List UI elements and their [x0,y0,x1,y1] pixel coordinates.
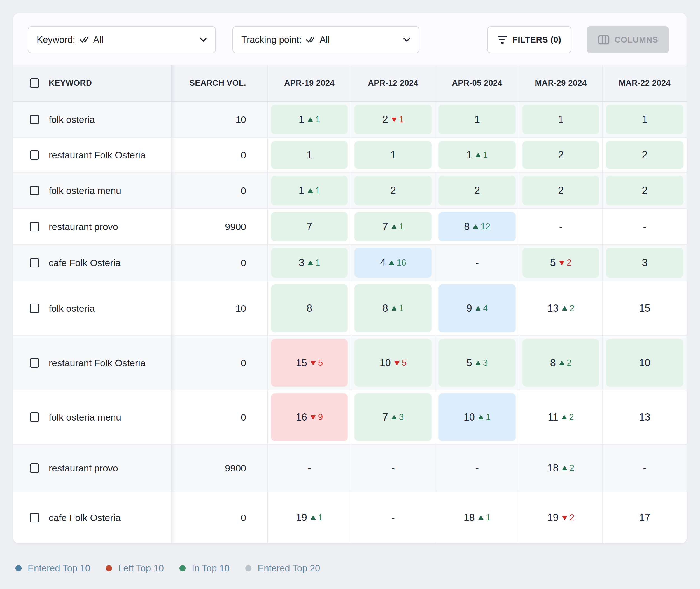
columns-button[interactable]: COLUMNS [587,26,669,53]
row-checkbox[interactable] [30,222,39,231]
row-checkbox[interactable] [30,258,39,267]
rank-cell: - [435,245,519,281]
column-header-date[interactable]: MAR-22 2024 [603,65,687,101]
table-row: restaurant provo9900---182- [13,445,687,492]
rank-cell: 182 [519,445,603,492]
column-header-date[interactable]: MAR-29 2024 [519,65,603,101]
row-checkbox[interactable] [30,463,39,473]
rank-plain: - [606,212,684,241]
row-checkbox[interactable] [30,513,39,523]
select-all-checkbox[interactable] [30,78,39,88]
rank-delta: 1 [315,258,320,268]
rank-cell: 53 [435,336,519,390]
rank-pill-green: 21 [355,105,432,134]
keyword-cell: folk osteria [13,102,171,137]
rank-cell: 1 [519,102,603,137]
rank-plain: 191 [271,495,348,540]
row-checkbox[interactable] [30,304,39,313]
rank-pill-green: 11 [271,105,348,134]
rank-value: 1 [307,149,312,161]
keyword-filter-label: Keyword: [37,34,75,45]
rank-value: 5 [550,257,556,268]
tracking-point-filter-dropdown[interactable]: Tracking point: All [233,26,419,53]
up-arrow-icon [308,117,313,122]
rank-value: 13 [547,303,559,314]
rank-value: - [559,221,563,232]
column-header-date[interactable]: APR-19 2024 [268,65,352,101]
rank-value: 7 [383,411,388,423]
legend-dot [106,565,112,571]
rank-value: 13 [639,411,650,423]
columns-icon [598,35,609,45]
rank-pill-green: 2 [355,176,432,205]
rank-plain: - [606,448,684,488]
rank-change: 1 [478,412,491,422]
rank-pill-red: 169 [271,393,348,441]
rank-value: 7 [383,221,388,232]
table-body: folk osteria101121111restaurant Folk Ost… [13,102,687,543]
rank-plain: 182 [523,448,599,488]
rank-cell: - [603,445,687,492]
rank-pill-blue: 812 [438,212,516,241]
row-checkbox[interactable] [30,150,39,160]
rank-cell: 191 [268,492,352,543]
rank-change: 5 [394,358,407,368]
rank-plain: 13 [606,393,684,441]
row-checkbox[interactable] [30,412,39,422]
rank-cell: 31 [268,245,352,281]
filter-icon [497,35,507,44]
filters-button[interactable]: FILTERS (0) [487,26,571,53]
rank-pill-green: 2 [523,176,599,205]
rank-change: 2 [562,463,574,473]
rank-pill-green: 1 [523,105,599,134]
up-arrow-icon [559,361,564,365]
rank-plain: - [523,212,599,241]
rank-value: 18 [464,512,475,524]
rank-delta: 1 [486,412,491,422]
rank-cell: 812 [435,209,519,244]
rank-value: 3 [299,257,304,268]
rank-plain: 112 [523,393,599,441]
column-header-date[interactable]: APR-05 2024 [435,65,519,101]
rank-delta: 2 [569,412,574,422]
rank-cell: - [435,445,519,492]
rank-change: 1 [392,303,404,314]
rank-pill-green: 2 [606,141,684,169]
keyword-cell: restaurant Folk Osteria [13,336,171,390]
rank-delta: 3 [399,412,404,422]
keyword-cell: restaurant provo [13,209,171,244]
chevron-down-icon [199,37,207,42]
rank-value: - [392,512,395,524]
rank-cell: 105 [352,336,435,390]
rank-cell: 71 [352,209,435,244]
table-row: folk osteria menu01697310111213 [13,390,687,445]
keyword-label: restaurant provo [49,463,118,474]
rank-delta: 2 [569,513,574,523]
rank-plain: 192 [523,495,599,540]
search-volume-cell: 10 [171,102,268,137]
up-arrow-icon [478,415,483,420]
rank-cell: 81 [352,281,435,336]
rank-delta: 1 [315,115,320,125]
rank-cell: 82 [519,336,603,390]
row-checkbox[interactable] [30,115,39,124]
column-header-keyword: KEYWORD [13,65,171,101]
rank-value: - [392,462,395,474]
legend-label: Left Top 10 [118,563,164,574]
row-checkbox[interactable] [30,358,39,368]
rank-pill-green: 1 [355,141,432,169]
row-checkbox[interactable] [30,186,39,195]
rank-value: 2 [642,185,647,196]
keyword-filter-dropdown[interactable]: Keyword: All [28,26,216,53]
legend-label: Entered Top 10 [28,563,90,574]
rank-cell: 1 [352,138,435,172]
column-header-search-vol[interactable]: SEARCH VOL. [171,65,268,101]
rank-plain: - [271,448,348,488]
rank-delta: 12 [480,222,490,232]
down-arrow-icon [562,516,567,520]
rank-cell: 73 [352,390,435,444]
rank-delta: 1 [318,513,323,523]
rank-value: 1 [299,114,304,125]
column-header-date[interactable]: APR-12 2024 [352,65,435,101]
rank-value: - [643,462,647,474]
